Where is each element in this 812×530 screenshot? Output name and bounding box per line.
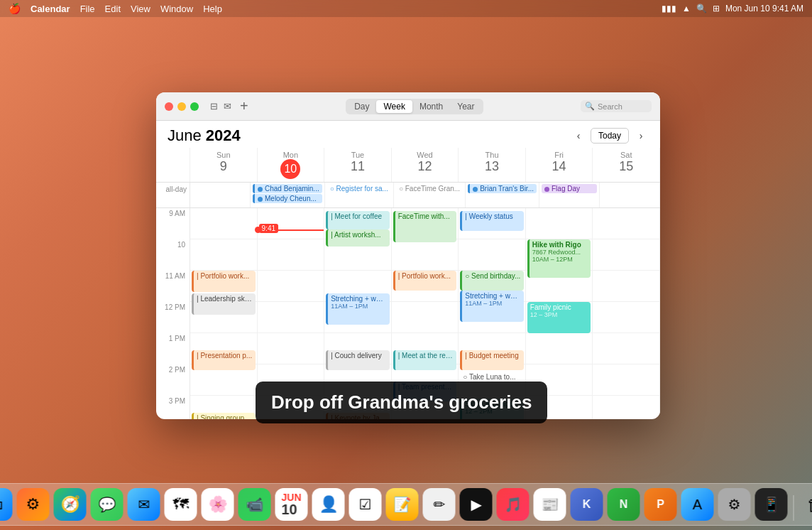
maximize-button[interactable] [190, 102, 199, 111]
allday-event-melody[interactable]: Melody Cheun... [253, 194, 322, 203]
dock-calendar[interactable]: JUN10 [275, 488, 308, 521]
calendar-window: ⊟ ✉ + Day Week Month Year 🔍 Search June … [156, 92, 660, 419]
next-week-button[interactable]: › [633, 128, 649, 144]
tab-day[interactable]: Day [347, 100, 376, 113]
menu-help[interactable]: Help [203, 4, 222, 14]
menu-edit[interactable]: Edit [105, 4, 121, 14]
event-weekly-status-thu[interactable]: | Weekly status [460, 211, 524, 231]
dock-tv[interactable]: ▶ [460, 488, 493, 521]
dock-finder[interactable]: 🗂 [0, 488, 13, 521]
dock-messages[interactable]: 💬 [91, 488, 124, 521]
event-stretching-tue[interactable]: Stretching + weights 11AM – 1PM [326, 293, 390, 325]
minimize-button[interactable] [177, 102, 186, 111]
day-header-fri[interactable]: Fri 14 [526, 148, 593, 182]
dock-systemprefs[interactable]: ⚙ [718, 488, 751, 521]
compose-icon[interactable]: ✉ [224, 101, 231, 112]
event-hike-fri[interactable]: Hike with Rigo 7867 Redwood... 10AM – 12… [527, 239, 591, 278]
allday-event-facetime[interactable]: ○ FaceTime Gran... [396, 184, 463, 193]
allday-event-flagday[interactable]: Flag Day [542, 184, 597, 193]
month-year-title: June 2024 [168, 126, 241, 145]
tab-month[interactable]: Month [412, 100, 450, 113]
tab-week[interactable]: Week [376, 100, 412, 113]
day-col-sat[interactable] [593, 208, 660, 419]
day-header-sat[interactable]: Sat 15 [593, 148, 660, 182]
event-portfolio-sun[interactable]: | Portfolio work... [192, 271, 256, 292]
prev-week-button[interactable]: ‹ [571, 128, 586, 144]
dock-photos[interactable]: 🌸 [202, 488, 234, 521]
day-col-sun[interactable]: | Portfolio work... | Leadership skil...… [190, 208, 258, 419]
event-tooltip: Drop off Grandma's groceries [256, 382, 547, 423]
view-tabs-container: Day Week Month Year [254, 99, 575, 114]
event-stretching-thu[interactable]: Stretching + weights 11AM – 1PM [460, 291, 524, 322]
dock: 🗂 ⚙ 🧭 💬 ✉ 🗺 🌸 📹 JUN10 👤 ☑ 📝 ✏ ▶ 🎵 📰 [0, 483, 812, 526]
hour-11am: 11 AM [156, 271, 190, 302]
search-placeholder: Search [598, 102, 622, 111]
allday-label: all-day [156, 183, 190, 207]
day-header-sun[interactable]: Sun 9 [190, 148, 258, 182]
search-icon[interactable]: 🔍 [696, 4, 707, 13]
close-button[interactable] [165, 102, 173, 111]
menubar: 🍎 Calendar File Edit View Window Help ▮▮… [0, 0, 812, 17]
dock-trash[interactable]: 🗑 [800, 488, 813, 521]
dock-launchpad[interactable]: ⚙ [17, 488, 50, 521]
day-header-wed[interactable]: Wed 12 [392, 148, 459, 182]
day-header-tue[interactable]: Tue 11 [324, 148, 392, 182]
add-event-button[interactable]: + [240, 98, 248, 114]
dock-safari[interactable]: 🧭 [54, 488, 87, 521]
time-column-header [156, 148, 190, 182]
menu-window[interactable]: Window [160, 4, 193, 14]
event-leadership-sun[interactable]: | Leadership skil... [192, 293, 256, 315]
dock-appstore[interactable]: A [681, 488, 714, 521]
event-birthday-thu[interactable]: ○ Send birthday... [460, 271, 524, 291]
dock-pages[interactable]: P [644, 488, 677, 521]
allday-event-brian[interactable]: Brian Tran's Bir... [468, 184, 537, 193]
menu-view[interactable]: View [131, 4, 150, 14]
dock-reminders[interactable]: ☑ [349, 488, 382, 521]
dock-facetime[interactable]: 📹 [238, 488, 271, 521]
event-portfolio-wed[interactable]: | Portfolio work... [393, 271, 457, 291]
menubar-left: 🍎 Calendar File Edit View Window Help [9, 3, 222, 14]
hour-3pm: 3 PM [156, 396, 190, 419]
event-facetime-wed[interactable]: FaceTime with... [393, 211, 457, 242]
day-header-thu[interactable]: Thu 13 [459, 148, 526, 182]
dock-keynote[interactable]: K [571, 488, 603, 521]
calendar-nav: ‹ Today › [571, 128, 649, 144]
allday-mon: Chad Benjamin... Melody Cheun... [251, 183, 325, 207]
event-budget-thu[interactable]: | Budget meeting [460, 350, 524, 370]
event-singing-sun[interactable]: | Singing group [192, 413, 256, 419]
allday-event-register[interactable]: ○ Register for sa... [327, 184, 391, 193]
hour-9am: 9 AM [156, 208, 190, 239]
sidebar-toggle-icon[interactable]: ⊟ [210, 101, 218, 112]
view-tabs: Day Week Month Year [346, 99, 483, 114]
event-couch-tue[interactable]: | Couch delivery [326, 350, 390, 370]
titlebar-icons: ⊟ ✉ [210, 101, 231, 112]
search-box[interactable]: 🔍 Search [581, 100, 652, 112]
today-button[interactable]: Today [591, 128, 629, 144]
event-family-picnic-fri[interactable]: Family picnic 12 – 3PM [527, 302, 591, 333]
dock-music[interactable]: 🎵 [497, 488, 530, 521]
menu-file[interactable]: File [80, 4, 95, 14]
dock-maps[interactable]: 🗺 [165, 488, 197, 521]
event-meet-coffee-tue[interactable]: | Meet for coffee [326, 211, 390, 229]
tab-year[interactable]: Year [450, 100, 481, 113]
event-presentation-sun[interactable]: | Presentation p... [192, 350, 256, 370]
day-headers: Sun 9 Mon 10 Tue 11 Wed 12 Thu 13 Fri 14 [156, 148, 660, 183]
titlebar-right: 🔍 Search [581, 100, 652, 112]
allday-event-chad[interactable]: Chad Benjamin... [253, 184, 322, 193]
dock-mail[interactable]: ✉ [128, 488, 160, 521]
dock-separator [794, 495, 794, 521]
dock-notes[interactable]: 📝 [386, 488, 419, 521]
app-name[interactable]: Calendar [31, 4, 70, 14]
dock-numbers[interactable]: N [608, 488, 640, 521]
dock-freeform[interactable]: ✏ [423, 488, 456, 521]
dock-iphone[interactable]: 📱 [755, 488, 788, 521]
dock-news[interactable]: 📰 [534, 488, 566, 521]
dock-contacts[interactable]: 👤 [312, 488, 345, 521]
event-meet-res-wed[interactable]: | Meet at the res... [393, 350, 457, 370]
time-labels: 9 AM 10 11 AM 12 PM 1 PM 2 PM 3 PM 4 PM … [156, 208, 190, 419]
calendar-header: June 2024 ‹ Today › [156, 121, 660, 148]
event-artist-tue[interactable]: | Artist worksh... [326, 229, 390, 247]
day-header-mon[interactable]: Mon 10 [258, 148, 325, 182]
control-center-icon[interactable]: ⊞ [713, 4, 720, 13]
apple-menu[interactable]: 🍎 [9, 3, 21, 14]
